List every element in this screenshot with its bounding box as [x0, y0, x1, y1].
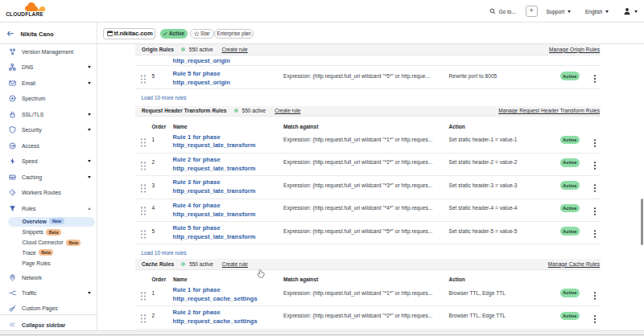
- svg-text:CLOUDFLARE: CLOUDFLARE: [6, 11, 43, 17]
